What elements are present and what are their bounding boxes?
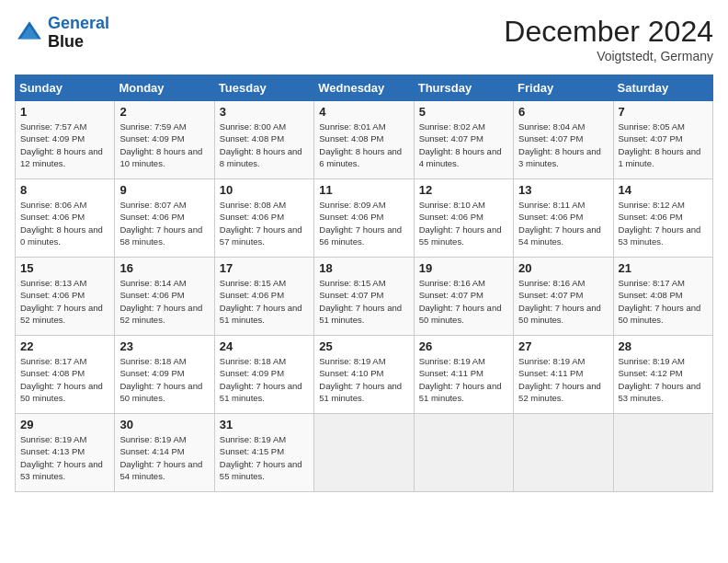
day-info: Sunrise: 8:06 AMSunset: 4:06 PMDaylight:… [20, 199, 109, 247]
logo-icon [15, 18, 44, 48]
calendar-cell [414, 414, 513, 492]
day-info: Sunrise: 8:17 AMSunset: 4:08 PMDaylight:… [20, 355, 109, 404]
day-info: Sunrise: 8:18 AMSunset: 4:09 PMDaylight:… [119, 355, 209, 404]
day-info: Sunrise: 8:18 AMSunset: 4:09 PMDaylight:… [220, 355, 309, 404]
calendar-cell: 20Sunrise: 8:16 AMSunset: 4:07 PMDayligh… [514, 258, 613, 336]
calendar-cell: 7Sunrise: 8:05 AMSunset: 4:07 PMDaylight… [613, 101, 712, 179]
day-info: Sunrise: 8:04 AMSunset: 4:07 PMDaylight:… [518, 121, 608, 169]
calendar-cell: 27Sunrise: 8:19 AMSunset: 4:11 PMDayligh… [514, 336, 613, 414]
calendar-cell: 29Sunrise: 8:19 AMSunset: 4:13 PMDayligh… [16, 414, 115, 492]
calendar-cell: 17Sunrise: 8:15 AMSunset: 4:06 PMDayligh… [214, 258, 313, 336]
calendar-cell: 8Sunrise: 8:06 AMSunset: 4:06 PMDaylight… [16, 179, 115, 258]
calendar-cell: 15Sunrise: 8:13 AMSunset: 4:06 PMDayligh… [16, 258, 115, 336]
day-number: 14 [619, 183, 708, 197]
day-info: Sunrise: 8:19 AMSunset: 4:14 PMDaylight:… [119, 433, 209, 482]
day-number: 15 [20, 261, 109, 275]
calendar-cell: 12Sunrise: 8:10 AMSunset: 4:06 PMDayligh… [414, 179, 513, 258]
calendar-cell: 5Sunrise: 8:02 AMSunset: 4:07 PMDaylight… [414, 101, 513, 179]
day-info: Sunrise: 8:09 AMSunset: 4:06 PMDaylight:… [319, 199, 408, 247]
day-number: 17 [220, 261, 309, 275]
logo: General Blue [15, 15, 109, 52]
day-number: 30 [119, 418, 209, 431]
calendar-table: SundayMondayTuesdayWednesdayThursdayFrid… [15, 75, 713, 492]
day-info: Sunrise: 8:19 AMSunset: 4:13 PMDaylight:… [20, 433, 109, 482]
day-info: Sunrise: 8:16 AMSunset: 4:07 PMDaylight:… [419, 277, 508, 326]
calendar-cell: 2Sunrise: 7:59 AMSunset: 4:09 PMDaylight… [115, 101, 214, 179]
day-number: 23 [119, 339, 209, 353]
day-number: 24 [220, 339, 309, 353]
weekday-header-monday: Monday [115, 75, 214, 101]
day-info: Sunrise: 7:57 AMSunset: 4:09 PMDaylight:… [20, 121, 109, 169]
calendar-cell: 31Sunrise: 8:19 AMSunset: 4:15 PMDayligh… [214, 414, 313, 492]
day-number: 20 [518, 261, 608, 275]
location: Voigtstedt, Germany [504, 49, 713, 63]
calendar-cell: 11Sunrise: 8:09 AMSunset: 4:06 PMDayligh… [314, 179, 414, 258]
calendar-cell: 18Sunrise: 8:15 AMSunset: 4:07 PMDayligh… [314, 258, 414, 336]
month-title: December 2024 [504, 15, 713, 49]
day-info: Sunrise: 8:15 AMSunset: 4:06 PMDaylight:… [220, 277, 309, 326]
day-info: Sunrise: 8:01 AMSunset: 4:08 PMDaylight:… [319, 121, 408, 169]
day-number: 25 [319, 339, 408, 353]
day-info: Sunrise: 8:19 AMSunset: 4:12 PMDaylight:… [619, 355, 708, 404]
day-number: 1 [20, 105, 109, 119]
day-number: 28 [619, 339, 708, 353]
weekday-header-friday: Friday [514, 75, 613, 101]
day-number: 22 [20, 339, 109, 353]
day-number: 27 [518, 339, 608, 353]
day-info: Sunrise: 8:19 AMSunset: 4:11 PMDaylight:… [419, 355, 508, 404]
logo-text: General Blue [48, 15, 109, 52]
day-info: Sunrise: 8:19 AMSunset: 4:11 PMDaylight:… [518, 355, 608, 404]
day-number: 26 [419, 339, 508, 353]
day-number: 2 [119, 105, 209, 119]
calendar-cell [314, 414, 414, 492]
calendar-cell: 9Sunrise: 8:07 AMSunset: 4:06 PMDaylight… [115, 179, 214, 258]
weekday-header-sunday: Sunday [16, 75, 115, 101]
calendar-cell: 4Sunrise: 8:01 AMSunset: 4:08 PMDaylight… [314, 101, 414, 179]
day-info: Sunrise: 8:12 AMSunset: 4:06 PMDaylight:… [619, 199, 708, 247]
day-info: Sunrise: 8:16 AMSunset: 4:07 PMDaylight:… [518, 277, 608, 326]
day-info: Sunrise: 8:05 AMSunset: 4:07 PMDaylight:… [619, 121, 708, 169]
day-info: Sunrise: 8:14 AMSunset: 4:06 PMDaylight:… [119, 277, 209, 326]
calendar-cell [613, 414, 712, 492]
day-number: 8 [20, 183, 109, 197]
calendar-cell: 28Sunrise: 8:19 AMSunset: 4:12 PMDayligh… [613, 336, 712, 414]
day-number: 18 [319, 261, 408, 275]
day-number: 31 [220, 418, 309, 431]
day-number: 21 [619, 261, 708, 275]
day-number: 10 [220, 183, 309, 197]
calendar-cell: 10Sunrise: 8:08 AMSunset: 4:06 PMDayligh… [214, 179, 313, 258]
calendar-cell: 14Sunrise: 8:12 AMSunset: 4:06 PMDayligh… [613, 179, 712, 258]
day-info: Sunrise: 8:00 AMSunset: 4:08 PMDaylight:… [220, 121, 309, 169]
calendar-cell: 21Sunrise: 8:17 AMSunset: 4:08 PMDayligh… [613, 258, 712, 336]
calendar-cell: 3Sunrise: 8:00 AMSunset: 4:08 PMDaylight… [214, 101, 313, 179]
calendar-cell [514, 414, 613, 492]
day-info: Sunrise: 8:19 AMSunset: 4:15 PMDaylight:… [220, 433, 309, 482]
weekday-header-tuesday: Tuesday [214, 75, 313, 101]
day-number: 13 [518, 183, 608, 197]
calendar-cell: 13Sunrise: 8:11 AMSunset: 4:06 PMDayligh… [514, 179, 613, 258]
day-info: Sunrise: 8:13 AMSunset: 4:06 PMDaylight:… [20, 277, 109, 326]
weekday-header-thursday: Thursday [414, 75, 513, 101]
day-number: 19 [419, 261, 508, 275]
weekday-header-wednesday: Wednesday [314, 75, 414, 101]
calendar-cell: 23Sunrise: 8:18 AMSunset: 4:09 PMDayligh… [115, 336, 214, 414]
day-number: 9 [119, 183, 209, 197]
calendar-cell: 6Sunrise: 8:04 AMSunset: 4:07 PMDaylight… [514, 101, 613, 179]
day-number: 5 [419, 105, 508, 119]
day-number: 11 [319, 183, 408, 197]
calendar-cell: 26Sunrise: 8:19 AMSunset: 4:11 PMDayligh… [414, 336, 513, 414]
calendar-cell: 22Sunrise: 8:17 AMSunset: 4:08 PMDayligh… [16, 336, 115, 414]
calendar-cell: 19Sunrise: 8:16 AMSunset: 4:07 PMDayligh… [414, 258, 513, 336]
calendar-cell: 16Sunrise: 8:14 AMSunset: 4:06 PMDayligh… [115, 258, 214, 336]
weekday-header-saturday: Saturday [613, 75, 712, 101]
day-number: 7 [619, 105, 708, 119]
calendar-cell: 25Sunrise: 8:19 AMSunset: 4:10 PMDayligh… [314, 336, 414, 414]
calendar-cell: 1Sunrise: 7:57 AMSunset: 4:09 PMDaylight… [16, 101, 115, 179]
day-number: 6 [518, 105, 608, 119]
day-info: Sunrise: 8:15 AMSunset: 4:07 PMDaylight:… [319, 277, 408, 326]
day-number: 3 [220, 105, 309, 119]
day-info: Sunrise: 8:17 AMSunset: 4:08 PMDaylight:… [619, 277, 708, 326]
day-info: Sunrise: 8:07 AMSunset: 4:06 PMDaylight:… [119, 199, 209, 247]
calendar-cell: 24Sunrise: 8:18 AMSunset: 4:09 PMDayligh… [214, 336, 313, 414]
calendar-cell: 30Sunrise: 8:19 AMSunset: 4:14 PMDayligh… [115, 414, 214, 492]
